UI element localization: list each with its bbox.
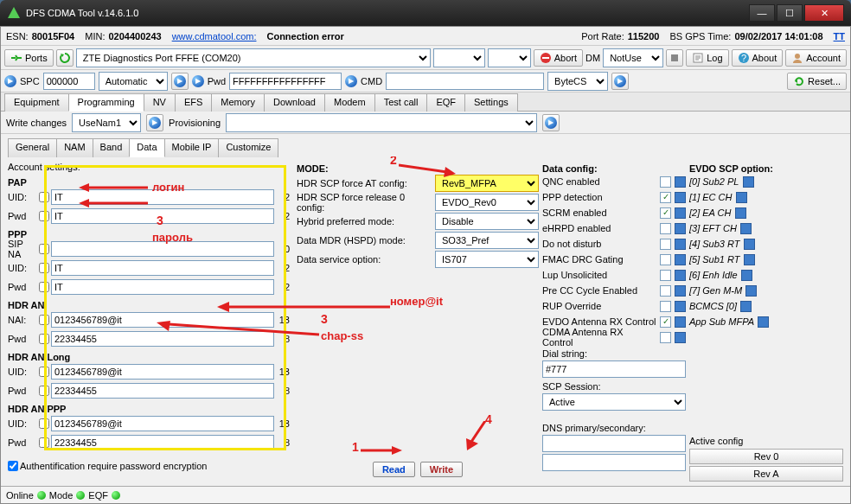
dc-item-check[interactable] — [660, 301, 671, 312]
spc-apply-button[interactable]: ▶ — [171, 73, 189, 90]
dc-item-check[interactable] — [660, 332, 671, 343]
tab-equipment[interactable]: Equipment — [4, 93, 69, 112]
pap-uid-input[interactable] — [51, 189, 274, 205]
subtab-customize[interactable]: Customize — [218, 138, 278, 157]
evdo-item-blue[interactable] — [745, 285, 757, 297]
tab-download[interactable]: Download — [264, 93, 325, 112]
dc-item-blue[interactable] — [675, 176, 686, 188]
write-apply-button[interactable]: ▶ — [146, 114, 163, 131]
hdr-scp-at-select[interactable]: RevB_MFPA — [435, 175, 539, 192]
dc-item-blue[interactable] — [675, 316, 686, 328]
subtab-nam[interactable]: NAM — [56, 138, 93, 157]
rev0-button[interactable]: Rev 0 — [689, 449, 843, 464]
dc-item-check[interactable] — [660, 223, 671, 234]
dc-item-blue[interactable] — [675, 254, 686, 265]
evdo-item-blue[interactable] — [736, 192, 747, 203]
subtab-data[interactable]: Data — [129, 138, 164, 157]
dc-item-check[interactable] — [660, 207, 671, 219]
ppp-uid-input[interactable] — [51, 260, 274, 276]
spc-input[interactable] — [43, 73, 95, 90]
ports-button[interactable]: Ports — [4, 49, 54, 67]
provisioning-apply-button[interactable]: ▶ — [542, 114, 560, 131]
hybrid-pref-select[interactable]: Disable — [435, 213, 539, 230]
long-pwd-check[interactable] — [39, 386, 49, 396]
hdrppp-uid-check[interactable] — [39, 418, 49, 429]
dc-item-blue[interactable] — [675, 223, 686, 234]
dns-secondary-input[interactable] — [542, 454, 686, 471]
evdo-item-blue[interactable] — [741, 270, 752, 281]
hdran-pwd-check[interactable] — [39, 334, 49, 344]
account-button[interactable]: Account — [785, 49, 847, 67]
pwd-input[interactable] — [229, 73, 342, 90]
tt-link[interactable]: TT — [834, 31, 845, 41]
pap-pwd-check[interactable] — [39, 211, 49, 221]
dc-item-blue[interactable] — [675, 332, 686, 343]
reva-button[interactable]: Rev A — [689, 466, 843, 482]
dc-item-blue[interactable] — [675, 207, 686, 219]
dial-string-input[interactable] — [542, 360, 686, 378]
device-select[interactable]: ZTE Diagnostics Port FFFE (COM20) — [76, 48, 431, 67]
dc-item-check[interactable] — [660, 254, 671, 265]
tab-efs[interactable]: EFS — [175, 93, 212, 112]
dns-primary-input[interactable] — [542, 435, 686, 452]
data-mdr-select[interactable]: SO33_Pref — [435, 232, 539, 249]
hdran-nai-input[interactable] — [51, 312, 274, 328]
write-button[interactable]: Write — [420, 462, 463, 477]
hdrppp-pwd-input[interactable] — [51, 435, 274, 450]
sip-nai-input[interactable] — [51, 241, 274, 257]
cmd-input[interactable] — [386, 73, 544, 90]
tab-eqf[interactable]: EQF — [426, 93, 465, 112]
dc-item-blue[interactable] — [675, 285, 686, 297]
evdo-item-blue[interactable] — [740, 301, 752, 312]
refresh-ports-button[interactable] — [56, 49, 74, 67]
dm-select[interactable]: NotUse — [603, 48, 663, 67]
dc-item-check[interactable] — [660, 176, 671, 188]
evdo-item-blue[interactable] — [744, 239, 755, 250]
bytecs-select[interactable]: ByteCS — [547, 72, 608, 91]
evdo-item-blue[interactable] — [758, 316, 769, 328]
pap-pwd-input[interactable] — [51, 208, 274, 224]
dc-item-blue[interactable] — [675, 239, 686, 250]
aux-select-2[interactable] — [488, 48, 531, 67]
hdran-nai-check[interactable] — [39, 315, 49, 325]
evdo-item-blue[interactable] — [735, 207, 746, 219]
auth-encryption-check[interactable] — [8, 461, 18, 471]
hdr-scp-rel0-select[interactable]: EVDO_Rev0 — [435, 194, 539, 211]
scp-session-select[interactable]: Active — [542, 393, 686, 411]
sip-nai-check[interactable] — [39, 244, 49, 254]
tab-testcall[interactable]: Test call — [374, 93, 428, 112]
abort-button[interactable]: Abort — [534, 49, 583, 67]
evdo-item-blue[interactable] — [743, 176, 754, 188]
dc-item-blue[interactable] — [675, 270, 686, 281]
maximize-button[interactable]: ☐ — [777, 4, 803, 22]
provisioning-select[interactable] — [226, 113, 537, 132]
play-icon-4[interactable]: ▶ — [345, 75, 357, 87]
dc-item-check[interactable] — [660, 316, 671, 328]
dc-item-blue[interactable] — [675, 301, 686, 312]
ppp-pwd-check[interactable] — [39, 282, 49, 292]
subtab-general[interactable]: General — [8, 138, 57, 157]
play-icon[interactable]: ▶ — [4, 75, 16, 87]
evdo-item-blue[interactable] — [740, 223, 752, 234]
hdrppp-pwd-check[interactable] — [39, 437, 49, 448]
tab-memory[interactable]: Memory — [211, 93, 265, 112]
hdran-pwd-input[interactable] — [51, 331, 274, 347]
reset-button[interactable]: Reset... — [787, 73, 847, 90]
hdrppp-uid-input[interactable] — [51, 416, 274, 431]
minimize-button[interactable]: — — [749, 4, 775, 22]
log-button[interactable]: Log — [686, 49, 728, 67]
long-pwd-input[interactable] — [51, 383, 274, 399]
pap-uid-check[interactable] — [39, 192, 49, 202]
data-service-select[interactable]: IS707 — [435, 251, 539, 268]
dc-item-blue[interactable] — [675, 192, 686, 203]
close-button[interactable]: ✕ — [804, 4, 844, 22]
dc-item-check[interactable] — [660, 270, 671, 281]
dc-item-check[interactable] — [660, 285, 671, 297]
tab-modem[interactable]: Modem — [324, 93, 375, 112]
ppp-pwd-input[interactable] — [51, 279, 274, 295]
dc-item-check[interactable] — [660, 239, 671, 250]
dm-icon-button[interactable] — [666, 49, 683, 67]
tab-nv[interactable]: NV — [144, 93, 176, 112]
long-uid-input[interactable] — [51, 364, 274, 380]
subtab-mobileip[interactable]: Mobile IP — [164, 138, 220, 157]
